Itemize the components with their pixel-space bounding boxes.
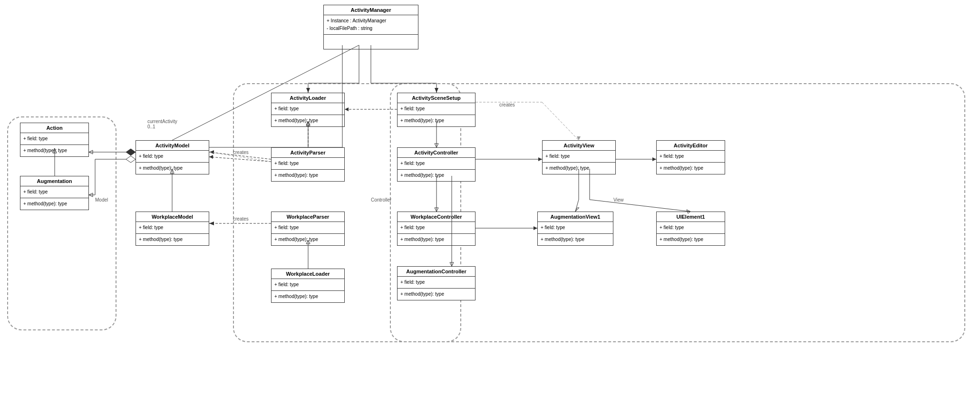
- diagram-container: ActivityManager + Instance : ActivityMan…: [0, 0, 980, 405]
- activity-manager-fields: + Instance : ActivityManager - localFile…: [324, 15, 418, 35]
- svg-marker-18: [209, 150, 214, 154]
- activity-parser-box: ActivityParser + field: type + method(ty…: [271, 147, 345, 182]
- creates-label-2: creates: [233, 216, 249, 222]
- augmentation-view1-box: AugmentationView1 + field: type + method…: [537, 212, 613, 246]
- ui-element1-box: UIElement1 + field: type + method(type):…: [656, 212, 725, 246]
- activity-view-box: ActivityView + field: type + method(type…: [542, 140, 616, 174]
- augmentation-controller-box: AugmentationController + field: type + m…: [397, 266, 475, 300]
- controller-label: Controller: [371, 197, 391, 202]
- activity-manager-box: ActivityManager + Instance : ActivityMan…: [323, 5, 418, 49]
- svg-marker-24: [126, 156, 136, 163]
- model-label: Model: [95, 197, 108, 202]
- activity-scene-setup-box: ActivitySceneSetup + field: type + metho…: [397, 93, 475, 127]
- activity-loader-box: ActivityLoader + field: type + method(ty…: [271, 93, 345, 127]
- workplace-parser-box: WorkplaceParser + field: type + method(t…: [271, 212, 345, 246]
- svg-marker-58: [209, 155, 213, 159]
- activity-controller-box: ActivityController + field: type + metho…: [397, 147, 475, 182]
- workplace-controller-box: WorkplaceController + field: type + meth…: [397, 212, 475, 246]
- activity-editor-box: ActivityEditor + field: type + method(ty…: [656, 140, 725, 174]
- workplace-model-box: WorkplaceModel + field: type + method(ty…: [136, 212, 209, 246]
- workplace-loader-box: WorkplaceLoader + field: type + method(t…: [271, 269, 345, 303]
- activity-manager-methods: [324, 35, 418, 49]
- creates-label-1: creates: [233, 150, 249, 155]
- svg-marker-21: [126, 149, 136, 155]
- activity-model-box: ActivityModel + field: type + method(typ…: [136, 140, 209, 174]
- current-activity-label: currentActivity0..1: [147, 119, 177, 129]
- action-box: Action + field: type + method(type): typ…: [20, 123, 89, 157]
- augmentation-box: Augmentation + field: type + method(type…: [20, 176, 89, 210]
- creates-label-3: creates: [499, 102, 515, 107]
- svg-marker-20: [209, 222, 214, 225]
- view-label: View: [613, 197, 624, 202]
- activity-manager-title: ActivityManager: [324, 5, 418, 15]
